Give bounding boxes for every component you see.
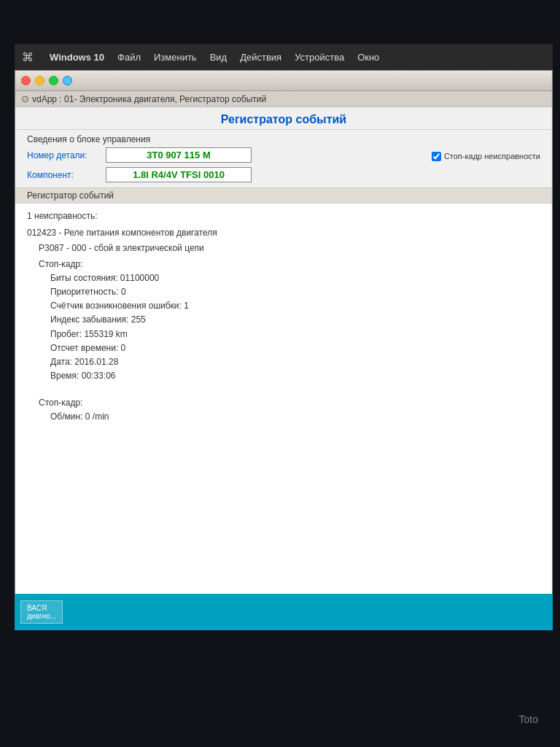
apple-icon: ⌘ <box>22 50 34 64</box>
event-content-area: 1 неисправность: 012423 - Реле питания к… <box>15 204 552 597</box>
menu-devices[interactable]: Устройства <box>295 52 344 63</box>
fault-code: 012423 - Реле питания компонентов двигат… <box>27 226 540 240</box>
close-button[interactable] <box>21 76 31 85</box>
component-row: Компонент: 1.8l R4/4V TFSI 0010 <box>27 167 540 182</box>
stopframe-checkbox-label: Стоп-кадр неисправности <box>444 152 540 160</box>
detail-counter: Счётчик возникновения ошибки: 1 <box>50 299 540 313</box>
title-bar <box>15 71 552 91</box>
menu-file[interactable]: Файл <box>117 52 141 63</box>
taskbar: ВАСЯдиагно... <box>15 594 553 630</box>
toto-label: Toto <box>519 713 538 725</box>
detail-priority: Приоритетность: 0 <box>50 285 540 299</box>
menu-windows10[interactable]: Windows 10 <box>50 52 104 63</box>
menu-actions[interactable]: Действия <box>240 52 281 63</box>
menu-window[interactable]: Окно <box>357 52 379 63</box>
part-number-value: 3T0 907 115 M <box>106 147 252 163</box>
stopframe2-title: Стоп-кадр: <box>39 396 540 410</box>
component-value: 1.8l R4/4V TFSI 0010 <box>106 167 252 182</box>
detail-time: Время: 00:33:06 <box>50 369 540 383</box>
detail-time-offset: Отсчет времени: 0 <box>50 341 540 355</box>
menu-view[interactable]: Вид <box>210 52 228 63</box>
detail-mileage: Пробег: 155319 km <box>50 328 540 341</box>
fault-count: 1 неисправность: <box>27 209 540 223</box>
app-subtitle-text: vdApp : 01- Электроника двигателя, Регис… <box>32 94 266 104</box>
compass-icon: ⊙ <box>21 93 29 104</box>
part-number-label: Номер детали: <box>27 150 100 160</box>
event-section-header: Регистратор событий <box>15 188 552 204</box>
info-section: Сведения о блоке управления Номер детали… <box>15 130 552 188</box>
detail-bits: Биты состояния: 01100000 <box>50 271 540 285</box>
mac-menubar: ⌘ Windows 10 Файл Изменить Вид Действия … <box>15 44 553 70</box>
page-title: Регистратор событий <box>27 113 540 126</box>
stopframe-checkbox-area: Стоп-кадр неисправности <box>432 152 540 161</box>
fault-sub: P3087 - 000 - сбой в электрической цепи <box>39 241 540 255</box>
stopframe1-title: Стоп-кадр: <box>39 258 540 271</box>
component-label: Компонент: <box>27 170 100 180</box>
event-section: Регистратор событий 1 неисправность: 012… <box>15 188 552 597</box>
extra-button[interactable] <box>63 76 72 85</box>
part-number-row: Номер детали: 3T0 907 115 M Стоп-кадр не… <box>27 147 540 165</box>
zoom-button[interactable] <box>49 76 58 85</box>
app-subtitle-bar: ⊙ vdApp : 01- Электроника двигателя, Рег… <box>15 91 552 107</box>
app-header: Регистратор событий <box>15 107 552 130</box>
minimize-button[interactable] <box>35 76 44 85</box>
detail-date: Дата: 2016.01.28 <box>50 355 540 369</box>
detail-forget-index: Индекс забывания: 255 <box>50 313 540 327</box>
menu-edit[interactable]: Изменить <box>154 52 197 63</box>
taskbar-item-vasya[interactable]: ВАСЯдиагно... <box>20 600 63 624</box>
window-content: Регистратор событий Сведения о блоке упр… <box>15 107 552 630</box>
detail-rpm: Об/мин: 0 /min <box>50 410 540 424</box>
application-window: ⊙ vdApp : 01- Электроника двигателя, Рег… <box>15 70 553 630</box>
stopframe-checkbox[interactable] <box>432 152 441 161</box>
bottom-bezel: Toto <box>0 630 560 747</box>
info-section-label: Сведения о блоке управления <box>27 134 540 144</box>
